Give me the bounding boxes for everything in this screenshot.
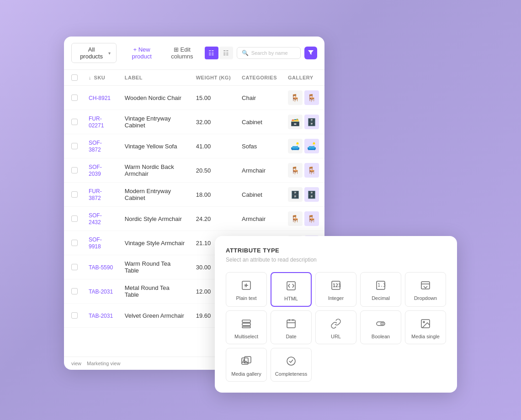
attr-type-url[interactable]: URL (315, 310, 356, 344)
sku-link[interactable]: TAB-2031 (89, 289, 113, 295)
attr-type-label-media-gallery: Media gallery (231, 371, 261, 377)
svg-point-18 (244, 360, 245, 361)
label-cell: Wooden Nordic Chair (119, 86, 191, 110)
svg-point-13 (381, 322, 383, 325)
sku-header[interactable]: ↓ SKU (83, 70, 119, 86)
label-header[interactable]: LABEL (119, 70, 191, 86)
attr-type-decimal[interactable]: 1.3Decimal (360, 272, 401, 307)
row-checkbox[interactable] (71, 119, 78, 125)
attr-type-date[interactable]: Date (271, 310, 312, 344)
media-single-icon (419, 317, 432, 330)
row-checkbox[interactable] (71, 288, 78, 294)
attribute-panel-subtitle: Select an attribute to read description (226, 257, 446, 263)
attr-type-label-url: URL (331, 334, 341, 339)
edit-columns-button[interactable]: ⊞ Edit columns (163, 46, 201, 60)
sku-cell: SOF-9918 (83, 231, 119, 255)
row-checkbox-cell (64, 207, 83, 231)
svg-rect-10 (242, 326, 250, 328)
attr-type-multiselect[interactable]: Multiselect (226, 310, 267, 344)
grid-view-button[interactable]: ☷ (219, 47, 233, 59)
decimal-icon: 1.3 (374, 279, 387, 292)
gallery-img-1: 🪑 (288, 90, 303, 105)
sku-link[interactable]: SOF-2039 (89, 164, 102, 177)
search-box[interactable]: 🔍 Search by name (237, 47, 301, 59)
row-checkbox[interactable] (71, 312, 78, 319)
label-cell: Nordic Style Armchair (119, 207, 191, 231)
row-checkbox[interactable] (71, 167, 78, 173)
bottom-marketing-link[interactable]: Marketing view (87, 361, 120, 366)
list-view-button[interactable]: ☷ (205, 47, 218, 59)
sku-cell: SOF-3872 (83, 134, 119, 158)
label-cell: Modern Entryway Cabinet (119, 183, 191, 207)
attr-type-dropdown[interactable]: Dropdown (405, 272, 446, 307)
sku-link[interactable]: FUR-3872 (89, 188, 102, 201)
weight-header[interactable]: WEIGHT (KG) (191, 70, 236, 86)
gallery-header[interactable]: GALLERY (282, 70, 324, 86)
weight-cell: 20.50 (191, 158, 236, 183)
bottom-view-link[interactable]: view (71, 361, 81, 366)
row-checkbox[interactable] (71, 264, 78, 270)
row-checkbox[interactable] (71, 215, 78, 222)
gallery-img-2: 🪑 (304, 163, 319, 178)
label-cell: Vintage Style Armchair (119, 231, 191, 255)
new-product-button[interactable]: + New product (124, 46, 159, 60)
table-row: CH-8921 Wooden Nordic Chair 15.00 Chair … (64, 86, 324, 110)
weight-cell: 41.00 (191, 134, 236, 158)
sku-cell: SOF-2432 (83, 207, 119, 231)
row-checkbox[interactable] (71, 240, 78, 246)
label-cell: Vintage Yellow Sofa (119, 134, 191, 158)
svg-rect-16 (242, 358, 248, 364)
attr-type-text[interactable]: TPlain text (226, 272, 267, 307)
dropdown-label: All products (77, 46, 106, 60)
table-row: FUR-3872 Modern Entryway Cabinet 18.00 C… (64, 183, 324, 207)
sku-link[interactable]: SOF-2432 (89, 212, 102, 226)
url-icon (330, 317, 342, 330)
sku-link[interactable]: FUR-02271 (89, 116, 104, 129)
sku-link[interactable]: CH-8921 (89, 95, 111, 101)
attr-type-integer[interactable]: 123Integer (315, 272, 356, 307)
label-cell: Warm Round Tea Table (119, 255, 191, 279)
row-checkbox[interactable] (71, 143, 78, 149)
sku-link[interactable]: SOF-3872 (89, 140, 102, 153)
gallery-img-1: 🪑 (288, 163, 303, 178)
gallery-cell: 🪑 🪑 (282, 158, 324, 183)
sku-link[interactable]: SOF-9918 (89, 236, 102, 250)
table-row: FUR-02271 Vintage Entryway Cabinet 32.00… (64, 110, 324, 134)
weight-cell: 24.20 (191, 207, 236, 231)
gallery-cell: 🛋️ 🛋️ (282, 134, 324, 158)
gallery-img-1: 🗄️ (288, 187, 303, 202)
html-icon (285, 279, 298, 292)
attr-type-html[interactable]: HTML (271, 272, 312, 307)
category-cell: Cabinet (236, 183, 282, 207)
attr-type-completeness[interactable]: Completeness (271, 348, 312, 382)
sku-cell: TAB-2031 (83, 304, 119, 328)
row-checkbox[interactable] (71, 191, 78, 198)
category-cell: Sofas (236, 134, 282, 158)
attr-type-boolean[interactable]: Boolean (360, 310, 401, 344)
sku-cell: FUR-3872 (83, 183, 119, 207)
select-all-checkbox[interactable] (71, 74, 78, 81)
category-cell: Armchair (236, 158, 282, 183)
weight-cell: 32.00 (191, 110, 236, 134)
table-row: SOF-2432 Nordic Style Armchair 24.20 Arm… (64, 207, 324, 231)
category-cell: Chair (236, 86, 282, 110)
search-icon: 🔍 (242, 50, 249, 56)
row-checkbox-cell (64, 183, 83, 207)
gallery-img-2: 🪑 (304, 211, 319, 226)
sku-link[interactable]: TAB-2031 (89, 313, 113, 319)
gallery-img-2: 🗄️ (304, 115, 319, 129)
attr-type-media-gallery[interactable]: Media gallery (226, 348, 267, 382)
sku-link[interactable]: TAB-5590 (89, 264, 113, 271)
label-cell: Velvet Green Armchair (119, 304, 191, 328)
all-products-dropdown[interactable]: All products ▾ (71, 43, 117, 63)
toolbar: All products ▾ + New product ⊞ Edit colu… (64, 37, 324, 70)
text-icon: T (240, 279, 253, 292)
filter-button[interactable] (304, 47, 317, 59)
svg-rect-11 (287, 320, 295, 328)
weight-cell: 15.00 (191, 86, 236, 110)
chevron-down-icon: ▾ (108, 51, 111, 56)
categories-header[interactable]: CATEGORIES (236, 70, 282, 86)
sku-cell: TAB-5590 (83, 255, 119, 279)
row-checkbox[interactable] (71, 94, 78, 101)
attr-type-media-single[interactable]: Media single (405, 310, 446, 344)
